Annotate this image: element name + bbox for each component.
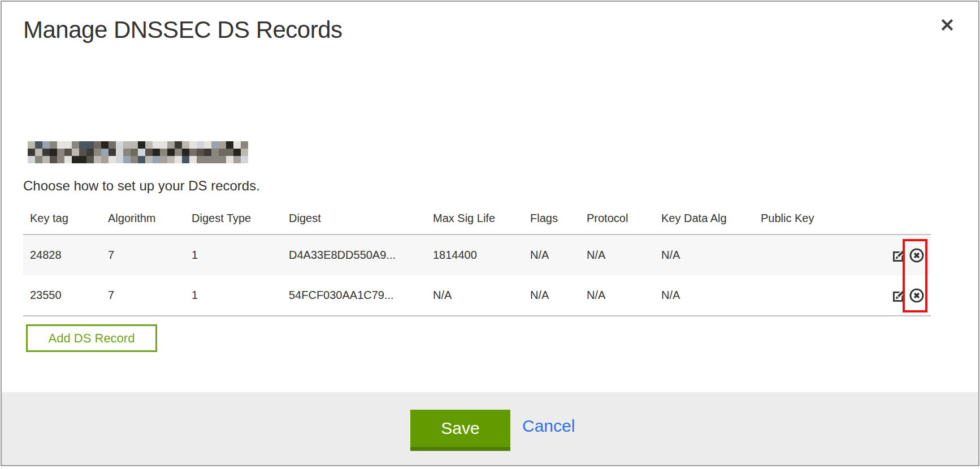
redacted-pixel	[86, 149, 94, 156]
redacted-pixel	[153, 156, 160, 163]
table-cell: 54FCF030AA1C79...	[282, 289, 426, 302]
redacted-pixel	[160, 156, 167, 163]
redacted-pixel	[233, 149, 241, 156]
redacted-pixel	[94, 156, 101, 163]
redacted-pixel	[175, 141, 182, 149]
redacted-pixel	[175, 149, 182, 156]
column-header: Flags	[523, 212, 580, 225]
redacted-pixel	[197, 141, 204, 149]
cancel-link[interactable]: Cancel	[522, 416, 575, 436]
edit-icon[interactable]	[892, 288, 907, 303]
table-cell: N/A	[654, 249, 754, 262]
redacted-pixel	[226, 141, 233, 149]
redacted-pixel	[123, 149, 131, 156]
close-icon[interactable]	[939, 16, 956, 33]
redacted-pixel	[219, 141, 226, 149]
redacted-pixel	[145, 141, 153, 149]
redacted-pixel	[86, 156, 94, 163]
redacted-pixel	[226, 149, 233, 156]
redacted-pixel	[138, 141, 145, 149]
redacted-pixel	[219, 156, 226, 163]
redacted-pixel	[94, 149, 101, 156]
table-cell: N/A	[523, 289, 580, 302]
table-cell: 1814400	[426, 249, 523, 262]
redacted-pixel	[72, 141, 79, 149]
delete-icon[interactable]	[909, 248, 924, 263]
column-header: Key Data Alg	[654, 212, 754, 225]
redacted-pixel	[101, 149, 109, 156]
redacted-pixel	[189, 141, 197, 149]
redacted-pixel	[182, 149, 189, 156]
redacted-pixel	[241, 141, 248, 149]
redacted-pixel	[50, 156, 57, 163]
table-cell: N/A	[426, 289, 523, 302]
redacted-pixel	[79, 141, 86, 149]
column-header: Protocol	[580, 212, 654, 225]
redacted-pixel	[64, 156, 72, 163]
redacted-pixel	[204, 156, 211, 163]
ds-records-table: Key tagAlgorithmDigest TypeDigestMax Sig…	[23, 212, 931, 316]
column-header: Digest	[282, 212, 426, 225]
column-header: Algorithm	[101, 212, 185, 225]
modal-footer: Save Cancel	[2, 392, 978, 465]
redacted-pixel	[233, 141, 241, 149]
redacted-pixel	[35, 156, 42, 163]
modal-title: Manage DNSSEC DS Records	[23, 16, 342, 44]
redacted-pixel	[101, 156, 109, 163]
redacted-pixel	[131, 141, 138, 149]
redacted-pixel	[28, 149, 35, 156]
redacted-pixel	[42, 141, 50, 149]
redacted-pixel	[160, 149, 167, 156]
edit-icon[interactable]	[892, 248, 907, 263]
redacted-pixel	[109, 149, 116, 156]
table-cell: 24828	[23, 249, 101, 262]
table-row: 235507154FCF030AA1C79...N/AN/AN/AN/A	[23, 275, 931, 315]
table-cell: 7	[101, 289, 185, 302]
manage-dnssec-modal: Manage DNSSEC DS Records Choose how to s…	[1, 1, 979, 466]
redacted-pixel	[64, 149, 72, 156]
delete-icon[interactable]	[909, 288, 924, 303]
redacted-pixel	[153, 141, 160, 149]
redacted-pixel	[72, 149, 79, 156]
redacted-pixel	[153, 149, 160, 156]
redacted-pixel	[197, 156, 204, 163]
redacted-pixel	[72, 156, 79, 163]
redacted-pixel	[145, 156, 153, 163]
redacted-pixel	[204, 141, 211, 149]
redacted-pixel	[182, 156, 189, 163]
save-button[interactable]: Save	[410, 410, 510, 451]
redacted-pixel	[42, 149, 50, 156]
redacted-pixel	[189, 156, 197, 163]
redacted-pixel	[57, 141, 64, 149]
redacted-pixel	[116, 141, 123, 149]
redacted-pixel	[138, 156, 145, 163]
redacted-pixel	[182, 141, 189, 149]
redacted-pixel	[64, 141, 72, 149]
row-actions	[833, 288, 931, 303]
table-cell: N/A	[654, 289, 754, 302]
redacted-pixel	[167, 141, 175, 149]
instruction-text: Choose how to set up your DS records.	[23, 178, 260, 194]
redacted-pixel	[211, 141, 219, 149]
add-ds-record-button[interactable]: Add DS Record	[26, 324, 157, 352]
redacted-pixel	[50, 141, 57, 149]
redacted-pixel	[175, 156, 182, 163]
redacted-pixel	[233, 156, 241, 163]
redacted-pixel	[167, 149, 175, 156]
column-header: Key tag	[23, 212, 101, 225]
table-header-row: Key tagAlgorithmDigest TypeDigestMax Sig…	[23, 212, 931, 234]
redacted-pixel	[42, 156, 50, 163]
table-row: 2482871D4A33E8DD550A9...1814400N/AN/AN/A	[23, 235, 931, 275]
redacted-pixel	[101, 141, 109, 149]
redacted-pixel	[167, 156, 175, 163]
redacted-pixel	[35, 149, 42, 156]
row-actions	[833, 248, 931, 263]
redacted-pixel	[28, 141, 35, 149]
redacted-pixel	[116, 149, 123, 156]
redacted-pixel	[109, 141, 116, 149]
table-cell: 7	[101, 249, 185, 262]
redacted-pixel	[160, 141, 167, 149]
table-body: 2482871D4A33E8DD550A9...1814400N/AN/AN/A…	[23, 234, 931, 316]
table-cell: N/A	[523, 249, 580, 262]
table-cell: 1	[185, 289, 282, 302]
